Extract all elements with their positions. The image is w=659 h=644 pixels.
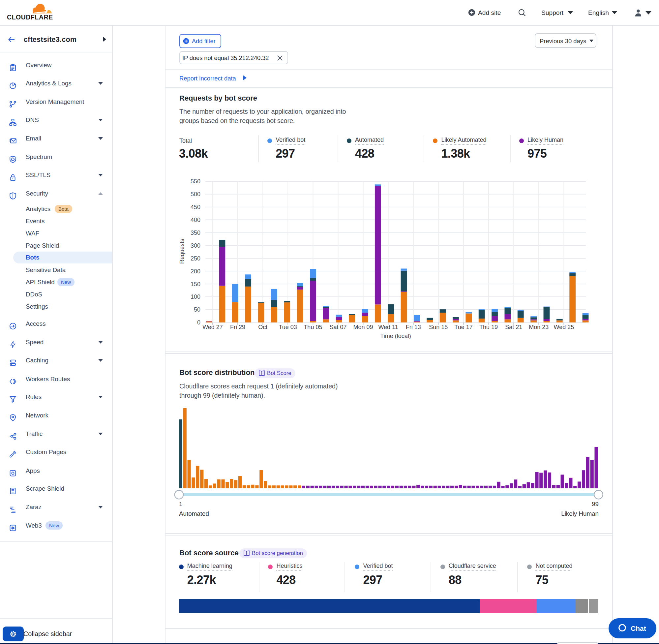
svg-text:99: 99 (592, 501, 599, 507)
svg-text:550: 550 (191, 178, 201, 185)
svg-text:1: 1 (179, 501, 182, 507)
svg-text:200: 200 (191, 268, 201, 275)
svg-text:Wed 27: Wed 27 (203, 324, 223, 330)
svg-text:Mon 09: Mon 09 (353, 324, 373, 330)
svg-text:350: 350 (191, 230, 201, 236)
svg-text:Requests: Requests (179, 239, 185, 264)
svg-text:Time (local): Time (local) (380, 333, 411, 339)
svg-text:150: 150 (191, 281, 201, 288)
svg-text:Likely Human: Likely Human (561, 510, 599, 517)
svg-text:Sat 21: Sat 21 (505, 324, 522, 330)
svg-text:100: 100 (191, 294, 201, 300)
svg-text:Fri 29: Fri 29 (230, 324, 245, 330)
svg-text:250: 250 (191, 255, 201, 262)
svg-text:500: 500 (191, 191, 201, 198)
svg-text:Tue 17: Tue 17 (454, 324, 472, 330)
svg-text:450: 450 (191, 204, 201, 210)
svg-text:Tue 03: Tue 03 (279, 324, 297, 330)
svg-text:Thu 19: Thu 19 (479, 324, 498, 330)
svg-text:Fri 13: Fri 13 (406, 324, 421, 330)
svg-text:Wed 11: Wed 11 (378, 324, 398, 330)
svg-text:400: 400 (191, 217, 201, 223)
svg-text:Oct: Oct (258, 324, 267, 330)
svg-text:Automated: Automated (179, 510, 209, 517)
svg-text:Sun 15: Sun 15 (429, 324, 448, 330)
svg-text:Sat 07: Sat 07 (330, 324, 347, 330)
svg-text:Mon 23: Mon 23 (529, 324, 548, 330)
svg-text:Thu 05: Thu 05 (304, 324, 322, 330)
svg-text:50: 50 (194, 306, 201, 313)
svg-text:Wed 25: Wed 25 (554, 324, 574, 330)
svg-text:0: 0 (197, 319, 201, 326)
svg-text:300: 300 (191, 243, 201, 249)
